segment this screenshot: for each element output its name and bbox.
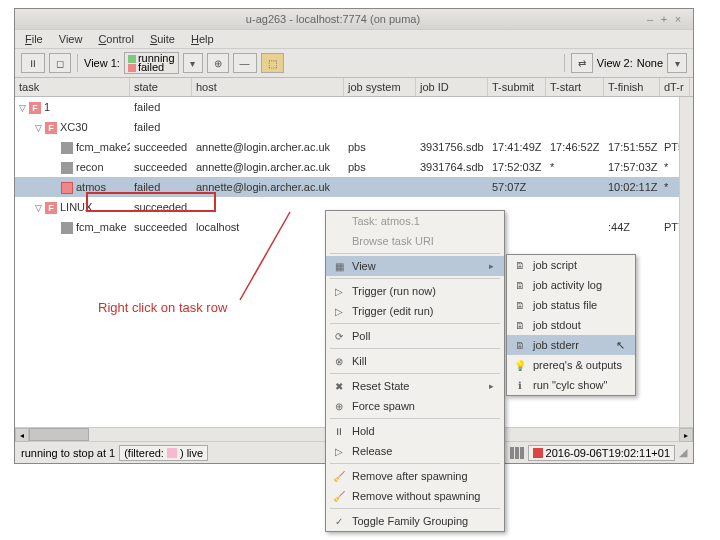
task-name: recon	[76, 161, 104, 173]
ctx-task-title: Task: atmos.1	[326, 211, 504, 231]
ctx-kill[interactable]: ⊗Kill	[326, 351, 504, 371]
sub-prereqs[interactable]: 💡prereq's & outputs	[507, 355, 635, 375]
annotation-text: Right click on task row	[98, 300, 227, 315]
cell-state: failed	[130, 121, 192, 133]
col-host[interactable]: host	[192, 78, 344, 96]
cell-jid: 3931756.sdb	[416, 141, 488, 153]
col-jobid[interactable]: job ID	[416, 78, 488, 96]
spawn-icon: ⊕	[332, 399, 346, 413]
col-dt[interactable]: dT-r	[660, 78, 690, 96]
view2-dropdown[interactable]: ▾	[667, 53, 687, 73]
view1-dropdown[interactable]: ▾	[183, 53, 203, 73]
activity-bars	[510, 447, 524, 459]
sub-job-stdout[interactable]: 🗎job stdout	[507, 315, 635, 335]
expand-icon[interactable]: ▽	[19, 103, 29, 113]
ctx-release[interactable]: ▷Release	[326, 441, 504, 461]
scroll-right-button[interactable]: ▸	[679, 428, 693, 442]
cell-tsub: 57:07Z	[488, 181, 546, 193]
stop-button[interactable]: ◻	[49, 53, 71, 73]
vertical-scrollbar[interactable]	[679, 97, 693, 427]
menu-help[interactable]: Help	[191, 33, 214, 45]
sub-job-activity[interactable]: 🗎job activity log	[507, 275, 635, 295]
cell-tsub: 17:52:03Z	[488, 161, 546, 173]
sub-job-status[interactable]: 🗎job status file	[507, 295, 635, 315]
col-jobsystem[interactable]: job system	[344, 78, 416, 96]
kill-icon: ⊗	[332, 354, 346, 368]
ctx-reset-state[interactable]: ✖Reset State▸	[326, 376, 504, 396]
ctx-poll[interactable]: ⟳Poll	[326, 326, 504, 346]
transpose-button[interactable]: ⇄	[571, 53, 593, 73]
group-button[interactable]: ⬚	[261, 53, 284, 73]
broom-icon: 🧹	[332, 489, 346, 503]
ctx-trigger-edit[interactable]: ▷Trigger (edit run)	[326, 301, 504, 321]
minimize-button[interactable]: –	[643, 13, 657, 25]
cell-tsub: 17:41:49Z	[488, 141, 546, 153]
play-icon: ▷	[332, 284, 346, 298]
play-icon: ▷	[332, 444, 346, 458]
refresh-icon: ⟳	[332, 329, 346, 343]
task-name: XC30	[60, 121, 88, 133]
cell-state: succeeded	[130, 141, 192, 153]
sub-job-script[interactable]: 🗎job script	[507, 255, 635, 275]
state-icon: F	[45, 202, 57, 214]
close-button[interactable]: ×	[671, 13, 685, 25]
info-icon: ℹ	[513, 378, 527, 392]
view2-value: None	[637, 57, 663, 69]
menu-suite[interactable]: Suite	[150, 33, 175, 45]
col-tfinish[interactable]: T-finish	[604, 78, 660, 96]
cell-state: succeeded	[130, 221, 192, 233]
window-title: u-ag263 - localhost:7774 (on puma)	[246, 13, 420, 25]
table-row[interactable]: ▽F1failed	[15, 97, 693, 117]
resize-grip-icon[interactable]: ◢	[679, 446, 687, 459]
collapse-button[interactable]: —	[233, 53, 257, 73]
filter-indicator[interactable]: (filtered:) live	[119, 445, 208, 461]
cell-tstart: 17:46:52Z	[546, 141, 604, 153]
col-tstart[interactable]: T-start	[546, 78, 604, 96]
view-submenu: 🗎job script 🗎job activity log 🗎job statu…	[506, 254, 636, 396]
ctx-hold[interactable]: ⏸Hold	[326, 421, 504, 441]
ctx-browse-uri: Browse task URI	[326, 231, 504, 251]
status-dot-icon	[533, 448, 543, 458]
cell-state: succeeded	[130, 161, 192, 173]
ctx-toggle-family[interactable]: ✓Toggle Family Grouping	[326, 511, 504, 531]
menu-view[interactable]: View	[59, 33, 83, 45]
check-icon: ✓	[332, 514, 346, 528]
table-row[interactable]: ▽FXC30failed	[15, 117, 693, 137]
menu-file[interactable]: File	[25, 33, 43, 45]
ctx-view[interactable]: ▦View▸	[326, 256, 504, 276]
sub-cylc-show[interactable]: ℹrun "cylc show"	[507, 375, 635, 395]
scroll-left-button[interactable]: ◂	[15, 428, 29, 442]
task-name: 1	[44, 101, 50, 113]
sub-job-stderr[interactable]: 🗎job stderr↖	[507, 335, 635, 355]
cell-jid: 3931764.sdb	[416, 161, 488, 173]
menubar: File View Control Suite Help	[15, 30, 693, 49]
scroll-thumb[interactable]	[29, 428, 89, 441]
ctx-remove-after[interactable]: 🧹Remove after spawning	[326, 466, 504, 486]
expand-button[interactable]: ⊕	[207, 53, 229, 73]
col-task[interactable]: task	[15, 78, 130, 96]
reset-icon: ✖	[332, 379, 346, 393]
ctx-remove-without[interactable]: 🧹Remove without spawning	[326, 486, 504, 506]
expand-icon[interactable]: ▽	[35, 123, 45, 133]
task-name: atmos	[76, 181, 106, 193]
col-state[interactable]: state	[130, 78, 192, 96]
col-tsubmit[interactable]: T-submit	[488, 78, 546, 96]
view1-label: View 1:	[84, 57, 120, 69]
table-row[interactable]: reconsucceededannette@login.archer.ac.uk…	[15, 157, 693, 177]
cell-host: annette@login.archer.ac.uk	[192, 141, 344, 153]
file-icon: 🗎	[513, 338, 527, 352]
ctx-trigger-now[interactable]: ▷Trigger (run now)	[326, 281, 504, 301]
play-icon: ▷	[332, 304, 346, 318]
ctx-force-spawn[interactable]: ⊕Force spawn	[326, 396, 504, 416]
timestamp-box: 2016-09-06T19:02:11+01	[528, 445, 675, 461]
annotation-highlight-box	[86, 192, 216, 212]
bulb-icon: 💡	[513, 358, 527, 372]
menu-control[interactable]: Control	[98, 33, 133, 45]
maximize-button[interactable]: +	[657, 13, 671, 25]
state-icon	[61, 222, 73, 234]
cell-host: localhost	[192, 221, 344, 233]
expand-icon[interactable]: ▽	[35, 203, 45, 213]
file-icon: 🗎	[513, 298, 527, 312]
pause-button[interactable]: ⏸	[21, 53, 45, 73]
table-row[interactable]: fcm_make2succeededannette@login.archer.a…	[15, 137, 693, 157]
